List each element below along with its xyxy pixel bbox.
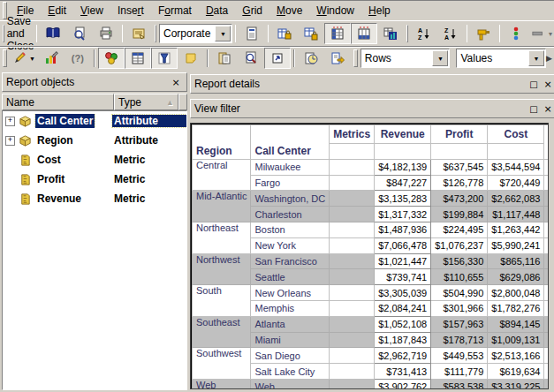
- cost-value-cell[interactable]: $1,117,448: [488, 207, 544, 222]
- metrics-corner-header[interactable]: Metrics: [330, 125, 375, 144]
- region-cell[interactable]: Central: [193, 159, 251, 191]
- banding-button[interactable]: ▼: [529, 23, 554, 44]
- menu-help[interactable]: Help: [361, 2, 398, 19]
- show-row-headers-button[interactable]: [324, 23, 351, 44]
- region-cell[interactable]: Southeast: [193, 316, 251, 348]
- revenue-value-cell[interactable]: $1,187,843: [375, 332, 431, 348]
- profit-value-cell[interactable]: $637,545: [431, 159, 488, 175]
- profit-value-cell[interactable]: $126,778: [431, 175, 488, 191]
- cost-value-cell[interactable]: $1,263,442: [488, 222, 544, 237]
- region-cell[interactable]: South: [193, 285, 251, 317]
- revenue-value-cell[interactable]: $1,052,108: [375, 316, 431, 332]
- maximize-icon[interactable]: □: [527, 102, 541, 116]
- call-center-cell[interactable]: Salt Lake City: [251, 364, 330, 380]
- profit-value-cell[interactable]: $301,966: [431, 300, 488, 316]
- cost-column-header[interactable]: Cost: [488, 125, 544, 144]
- region-cell[interactable]: Mid-Atlantic: [193, 191, 251, 222]
- lock-row-headers-button[interactable]: [271, 23, 298, 44]
- region-cell[interactable]: Northwest: [193, 253, 251, 285]
- expand-plus-icon[interactable]: +: [5, 117, 15, 126]
- revenue-value-cell[interactable]: $847,227: [375, 175, 431, 191]
- revenue-value-cell[interactable]: $4,182,139: [375, 159, 431, 175]
- toolbar-overflow-icon[interactable]: ▶: [546, 54, 552, 63]
- region-cell[interactable]: Southwest: [193, 348, 251, 380]
- call-center-cell[interactable]: New York: [251, 237, 330, 253]
- chevron-down-icon[interactable]: ▼: [215, 26, 231, 41]
- rows-combo[interactable]: Rows ▼: [360, 49, 451, 68]
- revenue-value-cell[interactable]: $739,741: [375, 269, 431, 285]
- call-center-cell[interactable]: San Francisco: [251, 253, 330, 269]
- open-book-button[interactable]: [40, 23, 66, 44]
- close-icon[interactable]: ×: [541, 78, 554, 91]
- save-and-close-button[interactable]: Save and Close: [7, 23, 34, 44]
- region-cell[interactable]: Web: [193, 379, 251, 389]
- region-column-header[interactable]: Region: [193, 125, 251, 160]
- column-header-type[interactable]: Type▲: [114, 94, 178, 110]
- call-center-cell[interactable]: Washington, DC: [251, 191, 330, 207]
- edit-graph-button[interactable]: [38, 48, 65, 69]
- call-center-cell[interactable]: Fargo: [251, 175, 330, 191]
- design-view-button[interactable]: [239, 23, 265, 44]
- call-center-cell[interactable]: Web: [251, 379, 330, 389]
- sort-ascending-button[interactable]: AZ: [411, 23, 437, 44]
- profit-value-cell[interactable]: $111,779: [431, 364, 488, 380]
- profit-value-cell[interactable]: $156,330: [431, 253, 488, 269]
- call-center-cell[interactable]: Boston: [251, 222, 330, 237]
- tree-item-region[interactable]: +RegionAttribute: [3, 131, 186, 150]
- menu-window[interactable]: Window: [309, 2, 361, 19]
- cost-value-cell[interactable]: $894,145: [488, 316, 544, 332]
- expand-plus-icon[interactable]: +: [5, 136, 15, 146]
- revenue-value-cell[interactable]: $3,135,283: [375, 191, 431, 207]
- thresholds-button[interactable]: [503, 23, 529, 44]
- tree-item-profit[interactable]: ProfitMetric: [3, 170, 186, 189]
- column-header-name[interactable]: Name: [2, 94, 114, 110]
- cost-value-cell[interactable]: $3,544,594: [488, 159, 544, 175]
- region-cell[interactable]: Northeast: [193, 222, 251, 253]
- call-center-cell[interactable]: San Diego: [251, 348, 330, 364]
- history-button[interactable]: [298, 48, 324, 69]
- print-preview-button[interactable]: [66, 23, 93, 44]
- chevron-down-icon[interactable]: ▼: [29, 56, 35, 62]
- drill-button[interactable]: [470, 23, 497, 44]
- menu-insert[interactable]: Insert: [110, 2, 151, 19]
- values-combo[interactable]: Values ▼: [456, 49, 546, 68]
- tree-item-cost[interactable]: CostMetric: [3, 150, 186, 170]
- profit-value-cell[interactable]: $1,076,237: [431, 237, 488, 253]
- close-icon[interactable]: ×: [169, 76, 183, 89]
- revenue-value-cell[interactable]: $7,066,478: [375, 237, 431, 253]
- revenue-value-cell[interactable]: $3,902,762: [375, 379, 431, 389]
- call-center-cell[interactable]: Charleston: [251, 207, 330, 222]
- toolbar-grip[interactable]: [353, 49, 358, 67]
- tree-item-call-center[interactable]: +Call CenterAttribute: [3, 111, 186, 131]
- formatting-button[interactable]: ▼: [10, 48, 38, 69]
- cost-value-cell[interactable]: $2,662,083: [488, 191, 544, 207]
- cost-value-cell[interactable]: $720,449: [488, 175, 544, 191]
- auto-arrange-button[interactable]: [264, 48, 291, 69]
- call-center-cell[interactable]: New Orleans: [251, 285, 330, 301]
- menu-grid[interactable]: Grid: [235, 2, 269, 19]
- call-center-cell[interactable]: Memphis: [251, 300, 330, 316]
- revenue-value-cell[interactable]: $2,962,719: [375, 348, 431, 364]
- toolbar-grip[interactable]: [406, 25, 408, 42]
- toolbar-grip[interactable]: [3, 49, 7, 67]
- call-center-cell[interactable]: Milwaukee: [251, 159, 330, 175]
- revenue-value-cell[interactable]: $1,021,447: [375, 253, 431, 269]
- report-objects-toggle[interactable]: [98, 48, 125, 69]
- cost-value-cell[interactable]: $629,086: [488, 269, 544, 285]
- lock-column-headers-button[interactable]: [298, 23, 324, 44]
- view-grid-toggle[interactable]: [125, 48, 151, 69]
- toolbar-grip[interactable]: [3, 25, 4, 42]
- notes-button[interactable]: [178, 48, 204, 69]
- cost-value-cell[interactable]: $2,800,048: [488, 285, 544, 301]
- revenue-value-cell[interactable]: $3,305,039: [375, 285, 431, 301]
- profit-value-cell[interactable]: $583,538: [431, 379, 488, 389]
- menu-format[interactable]: Format: [151, 2, 199, 19]
- menu-data[interactable]: Data: [199, 2, 235, 19]
- find-button[interactable]: [238, 48, 264, 69]
- cost-value-cell[interactable]: $619,634: [488, 364, 544, 380]
- sort-descending-button[interactable]: ZA: [437, 23, 464, 44]
- menu-edit[interactable]: Edit: [41, 2, 73, 19]
- call-center-cell[interactable]: Seattle: [251, 269, 330, 285]
- chevron-down-icon[interactable]: ▼: [547, 31, 553, 37]
- menu-view[interactable]: View: [73, 2, 110, 19]
